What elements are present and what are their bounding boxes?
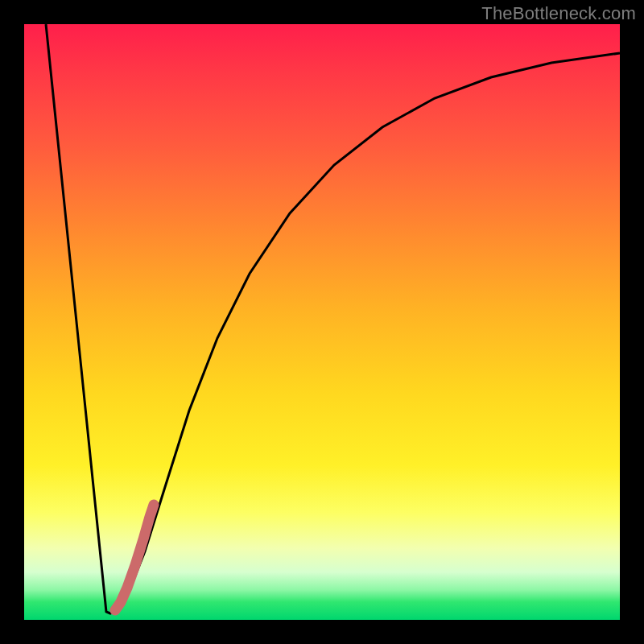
bottleneck-curve	[46, 24, 620, 613]
chart-svg	[24, 24, 620, 620]
gradient-plot-area	[24, 24, 620, 620]
highlight-segment	[115, 505, 154, 610]
watermark-label: TheBottleneck.com	[481, 3, 636, 24]
chart-frame: TheBottleneck.com	[0, 0, 644, 644]
